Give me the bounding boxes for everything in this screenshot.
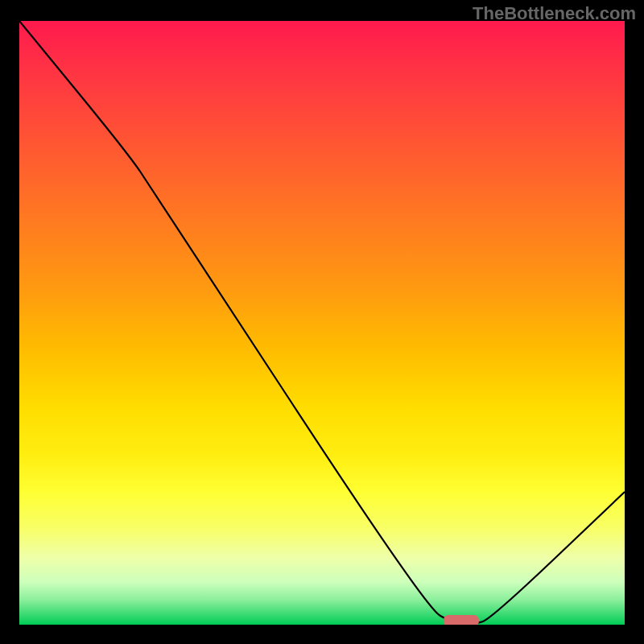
chart-svg [19, 21, 625, 625]
bottleneck-curve [19, 21, 625, 625]
watermark-text: TheBottleneck.com [473, 3, 636, 24]
optimal-marker [444, 615, 479, 625]
chart-plot-area [19, 21, 625, 625]
